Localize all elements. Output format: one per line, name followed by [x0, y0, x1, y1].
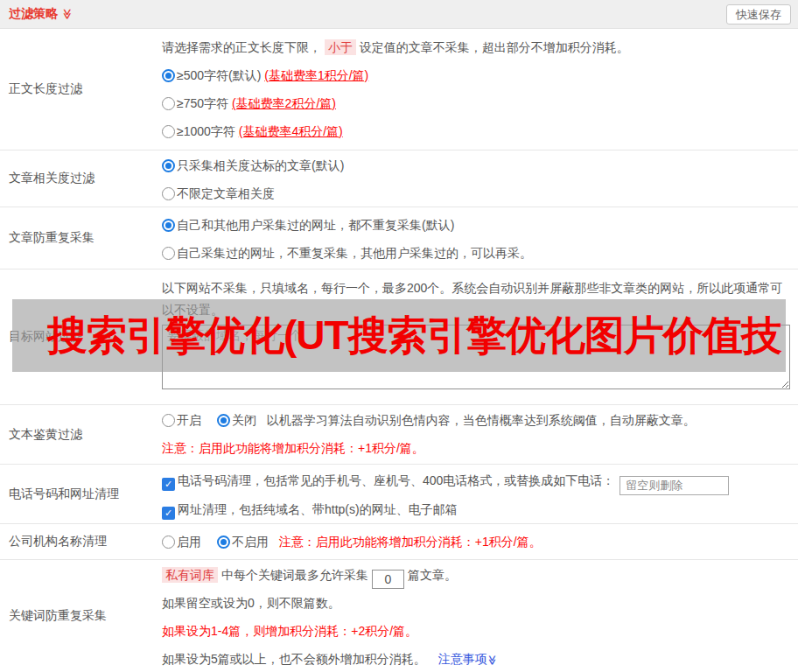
keyword-note-line: 如果留空或设为0，则不限篇数。	[162, 589, 790, 617]
radio-option-row: ≥500字符(默认) (基础费率1积分/篇)	[162, 61, 790, 89]
row-anti-duplicate: 文章防重复采集 自己和其他用户采集过的网址，都不重复采集(默认) 自己采集过的网…	[0, 207, 798, 270]
row-content: 启用 不启用 注意：启用此功能将增加积分消耗：+1积分/篇。	[153, 524, 798, 559]
porn-filter-desc: 以机器学习算法自动识别色情内容，当色情概率达到系统阈值，自动屏蔽文章。	[267, 413, 696, 427]
radio-option-row: 启用 不启用 注意：启用此功能将增加积分消耗：+1积分/篇。	[162, 528, 790, 556]
row-content: 请选择需求的正文长度下限， 小于 设定值的文章不采集，超出部分不增加积分消耗。 …	[153, 29, 798, 150]
filter-strategy-page: 过滤策略 快速保存 正文长度过滤 请选择需求的正文长度下限， 小于 设定值的文章…	[0, 0, 798, 672]
keyword-fee-note-line: 如果设为1-4篇，则增加积分消耗：+2积分/篇。	[162, 617, 790, 645]
row-porn-filter: 文本鉴黄过滤 开启 关闭 以机器学习算法自动识别色情内容，当色情概率达到系统阈值…	[0, 405, 798, 465]
radio-500-chars[interactable]	[162, 69, 175, 82]
row-content: 只采集相关度达标的文章(默认) 不限定文章相关度	[153, 150, 798, 206]
radio-dedupe-all-users[interactable]	[162, 219, 175, 232]
radio-option-row: 只采集相关度达标的文章(默认)	[162, 151, 790, 179]
checkbox-option-row: 网址清理，包括纯域名、带http(s)的网址、电子邮箱	[162, 495, 790, 523]
radio-porn-filter-off[interactable]	[217, 414, 230, 427]
row-content: 电话号码清理，包括常见的手机号、座机号、400电话格式，或替换成如下电话： 网址…	[153, 465, 798, 523]
row-label: 文章防重复采集	[0, 207, 153, 269]
row-phone-url-cleaning: 电话号码和网址清理 电话号码清理，包括常见的手机号、座机号、400电话格式，或替…	[0, 465, 798, 524]
keyword-limit-input[interactable]	[372, 570, 404, 589]
radio-option-row: 开启 关闭 以机器学习算法自动识别色情内容，当色情概率达到系统阈值，自动屏蔽文章…	[162, 406, 790, 434]
radio-dedupe-self-only[interactable]	[162, 247, 175, 260]
row-label: 文本鉴黄过滤	[0, 405, 153, 464]
radio-company-clean-on[interactable]	[162, 536, 175, 549]
quick-save-button[interactable]: 快速保存	[726, 4, 791, 24]
checkbox-phone-cleaning[interactable]	[162, 478, 175, 491]
radio-option-row: 自己和其他用户采集过的网址，都不重复采集(默认)	[162, 211, 790, 239]
row-content: 开启 关闭 以机器学习算法自动识别色情内容，当色情概率达到系统阈值，自动屏蔽文章…	[153, 405, 798, 464]
watermark-text: 搜索引擎优化(UT搜索引擎优化图片价值技	[12, 299, 786, 372]
row-label: 关键词防重复采集	[0, 560, 153, 672]
row-label: 正文长度过滤	[0, 29, 153, 150]
keyword-extra-note-line: 如果设为5篇或以上，也不会额外增加积分消耗。 注意事项	[162, 645, 790, 672]
fee-note: (基础费率1积分/篇)	[264, 68, 368, 82]
desc-line-1: 以下网站不采集，只填域名，每行一个，最多200个。系统会自动识别并屏蔽那些非文章…	[162, 277, 790, 299]
fee-note: (基础费率4积分/篇)	[239, 124, 343, 138]
notice-link[interactable]: 注意事项	[438, 652, 498, 666]
row-company-name-cleaning: 公司机构名称清理 启用 不启用 注意：启用此功能将增加积分消耗：+1积分/篇。	[0, 524, 798, 560]
radio-option-row: 自己采集过的网址，不重复采集，其他用户采集过的，可以再采。	[162, 239, 790, 267]
keyword-limit-line: 私有词库 中每个关键词最多允许采集篇文章。	[162, 561, 790, 589]
fee-note: (基础费率2积分/篇)	[232, 96, 336, 110]
row-label: 电话号码和网址清理	[0, 465, 153, 523]
radio-option-row: ≥750字符 (基础费率2积分/篇)	[162, 89, 790, 117]
company-clean-note: 注意：启用此功能将增加积分消耗：+1积分/篇。	[279, 535, 542, 549]
radio-relevance-required[interactable]	[162, 159, 175, 172]
page-title-text: 过滤策略	[9, 6, 58, 22]
radio-relevance-unlimited[interactable]	[162, 187, 175, 200]
radio-option-row: 不限定文章相关度	[162, 179, 790, 207]
intro-line: 请选择需求的正文长度下限， 小于 设定值的文章不采集，超出部分不增加积分消耗。	[162, 33, 790, 61]
row-label: 公司机构名称清理	[0, 524, 153, 559]
replacement-phone-input[interactable]	[620, 476, 729, 495]
highlight-less-than: 小于	[325, 39, 356, 55]
watermark-overlay: 搜索引擎优化(UT搜索引擎优化图片价值技	[12, 299, 786, 372]
radio-porn-filter-on[interactable]	[162, 414, 175, 427]
row-text-length-filter: 正文长度过滤 请选择需求的正文长度下限， 小于 设定值的文章不采集，超出部分不增…	[0, 29, 798, 150]
row-label: 文章相关度过滤	[0, 150, 153, 206]
porn-filter-note: 注意：启用此功能将增加积分消耗：+1积分/篇。	[162, 434, 790, 462]
page-header: 过滤策略 快速保存	[0, 0, 798, 29]
page-title[interactable]: 过滤策略	[9, 6, 74, 22]
row-relevance-filter: 文章相关度过滤 只采集相关度达标的文章(默认) 不限定文章相关度	[0, 150, 798, 207]
row-keyword-anti-duplicate: 关键词防重复采集 私有词库 中每个关键词最多允许采集篇文章。 如果留空或设为0，…	[0, 560, 798, 672]
row-content: 自己和其他用户采集过的网址，都不重复采集(默认) 自己采集过的网址，不重复采集，…	[153, 207, 798, 269]
chevron-double-down-icon	[62, 9, 73, 20]
chevron-double-down-icon	[487, 655, 497, 666]
checkbox-url-cleaning[interactable]	[162, 507, 175, 520]
radio-option-row: ≥1000字符 (基础费率4积分/篇)	[162, 117, 790, 145]
row-content: 私有词库 中每个关键词最多允许采集篇文章。 如果留空或设为0，则不限篇数。 如果…	[153, 560, 798, 672]
radio-company-clean-off[interactable]	[217, 536, 230, 549]
radio-750-chars[interactable]	[162, 97, 175, 110]
radio-1000-chars[interactable]	[162, 125, 175, 138]
highlight-private-thesaurus: 私有词库	[162, 567, 218, 583]
checkbox-option-row: 电话号码清理，包括常见的手机号、座机号、400电话格式，或替换成如下电话：	[162, 466, 790, 495]
